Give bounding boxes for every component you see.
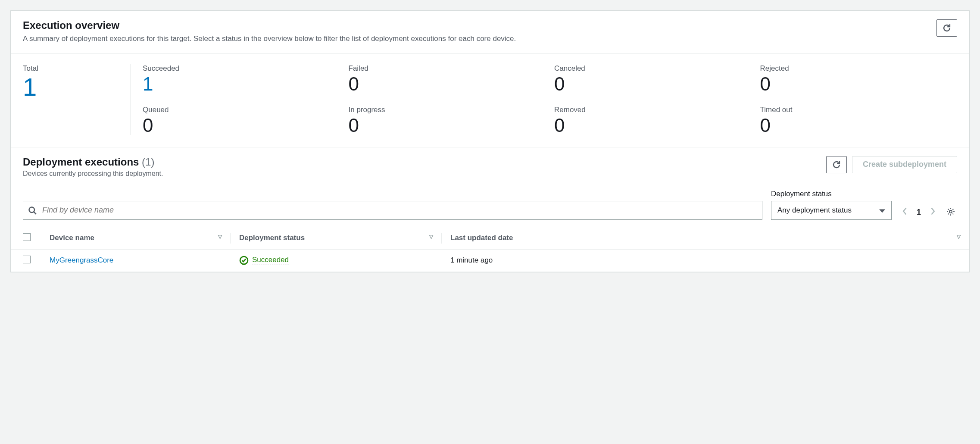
column-deployment-status[interactable]: Deployment status ▽: [231, 227, 442, 249]
sort-icon: ▽: [429, 234, 433, 240]
create-subdeployment-button[interactable]: Create subdeployment: [852, 156, 957, 173]
column-device-name[interactable]: Device name ▽: [41, 227, 231, 249]
success-icon: [239, 256, 249, 265]
next-page-button[interactable]: [928, 205, 937, 220]
stat-label: Failed: [349, 64, 546, 73]
stat-succeeded: Succeeded 1: [143, 64, 340, 94]
panel-header: Execution overview A summary of deployme…: [11, 11, 969, 53]
stat-label: Timed out: [760, 106, 958, 114]
stat-failed: Failed 0: [349, 64, 546, 94]
stat-total: Total 1: [23, 64, 131, 135]
stat-label: Succeeded: [143, 64, 340, 73]
status-filter-label: Deployment status: [771, 190, 892, 198]
chevron-left-icon: [902, 207, 908, 216]
stat-label: Queued: [143, 106, 340, 114]
search-icon: [28, 206, 37, 215]
stats-section: Total 1 Succeeded 1 Failed 0 Canceled 0 …: [11, 53, 969, 147]
status-filter: Deployment status Any deployment status: [771, 190, 892, 220]
refresh-icon: [832, 160, 841, 169]
sort-icon: ▽: [218, 234, 222, 240]
executions-table: Device name ▽ Deployment status ▽ Last u…: [11, 227, 969, 272]
stat-rejected: Rejected 0: [760, 64, 958, 94]
refresh-button[interactable]: [936, 19, 957, 37]
stat-value[interactable]: 0: [554, 116, 752, 135]
execution-overview-panel: Execution overview A summary of deployme…: [10, 10, 970, 272]
stat-label: Canceled: [554, 64, 752, 73]
stat-grid: Succeeded 1 Failed 0 Canceled 0 Rejected…: [131, 64, 957, 135]
search-input[interactable]: [23, 201, 762, 220]
device-link[interactable]: MyGreengrassCore: [50, 256, 113, 264]
stat-value[interactable]: 0: [143, 116, 340, 135]
search-box: [23, 201, 762, 220]
executions-header: Deployment executions (1) Devices curren…: [23, 156, 957, 178]
refresh-icon: [943, 24, 951, 32]
row-checkbox[interactable]: [23, 256, 31, 263]
stat-value[interactable]: 0: [760, 116, 958, 135]
stat-label: In progress: [349, 106, 546, 114]
stat-label: Rejected: [760, 64, 958, 73]
status-filter-select[interactable]: Any deployment status: [771, 201, 892, 220]
stat-value[interactable]: 0: [349, 116, 546, 135]
stat-value[interactable]: 0: [349, 75, 546, 94]
executions-count: (1): [142, 156, 154, 168]
stat-removed: Removed 0: [554, 106, 752, 135]
stat-label-total: Total: [23, 64, 118, 73]
pagination: 1: [900, 205, 957, 220]
stat-timed-out: Timed out 0: [760, 106, 958, 135]
page-number: 1: [917, 208, 921, 217]
sort-icon: ▽: [957, 234, 961, 240]
filter-row: Deployment status Any deployment status …: [23, 190, 957, 220]
status-cell: Succeeded: [239, 256, 433, 265]
stat-queued: Queued 0: [143, 106, 340, 135]
executions-title: Deployment executions (1): [23, 156, 163, 168]
column-last-updated[interactable]: Last updated date ▽: [442, 227, 969, 249]
stat-label: Removed: [554, 106, 752, 114]
executions-section: Deployment executions (1) Devices curren…: [11, 147, 969, 272]
last-updated-cell: 1 minute ago: [442, 249, 969, 272]
stat-in-progress: In progress 0: [349, 106, 546, 135]
table-row: MyGreengrassCore Succeeded 1 minute ago: [11, 249, 969, 272]
select-all-checkbox[interactable]: [23, 233, 31, 241]
table-settings-button[interactable]: [944, 205, 957, 219]
prev-page-button[interactable]: [900, 205, 910, 220]
panel-subtitle: A summary of deployment executions for t…: [23, 34, 516, 43]
gear-icon: [946, 207, 955, 216]
stat-value[interactable]: 0: [554, 75, 752, 94]
executions-subtitle: Devices currently processing this deploy…: [23, 170, 163, 178]
panel-title: Execution overview: [23, 19, 516, 32]
stat-value[interactable]: 0: [760, 75, 958, 94]
stat-canceled: Canceled 0: [554, 64, 752, 94]
column-checkbox: [11, 227, 41, 249]
svg-point-0: [29, 207, 35, 213]
stat-value[interactable]: 1: [143, 75, 340, 94]
stat-value-total[interactable]: 1: [23, 75, 118, 100]
chevron-right-icon: [930, 207, 936, 216]
status-text[interactable]: Succeeded: [252, 256, 289, 265]
svg-point-1: [949, 210, 952, 213]
executions-refresh-button[interactable]: [826, 156, 847, 173]
